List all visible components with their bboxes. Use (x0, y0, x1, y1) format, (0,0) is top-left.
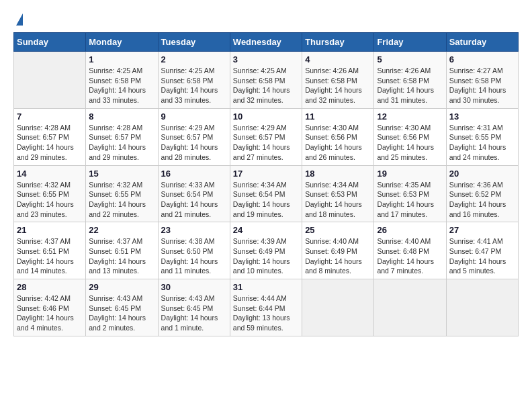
day-info: Sunrise: 4:37 AM Sunset: 6:51 PM Dayligh… (89, 236, 154, 276)
day-number: 30 (161, 282, 227, 292)
day-info: Sunrise: 4:25 AM Sunset: 6:58 PM Dayligh… (89, 66, 154, 105)
day-number: 14 (17, 169, 83, 179)
header-cell-monday: Monday (86, 33, 158, 52)
calendar-cell: 24Sunrise: 4:39 AM Sunset: 6:49 PM Dayli… (230, 222, 302, 279)
day-number: 1 (89, 54, 154, 64)
day-number: 15 (89, 169, 154, 179)
day-info: Sunrise: 4:25 AM Sunset: 6:58 PM Dayligh… (161, 66, 227, 105)
day-number: 23 (161, 225, 227, 235)
calendar-cell (374, 279, 446, 336)
calendar-cell: 17Sunrise: 4:34 AM Sunset: 6:54 PM Dayli… (230, 165, 302, 222)
day-info: Sunrise: 4:43 AM Sunset: 6:45 PM Dayligh… (161, 293, 227, 333)
calendar-cell (14, 52, 86, 109)
day-number: 13 (449, 111, 515, 122)
day-number: 10 (233, 111, 299, 122)
day-number: 21 (17, 225, 83, 235)
calendar-row: 1Sunrise: 4:25 AM Sunset: 6:58 PM Daylig… (14, 52, 519, 109)
calendar-cell: 4Sunrise: 4:26 AM Sunset: 6:58 PM Daylig… (302, 52, 374, 109)
calendar-cell: 20Sunrise: 4:36 AM Sunset: 6:52 PM Dayli… (446, 165, 518, 222)
day-info: Sunrise: 4:41 AM Sunset: 6:47 PM Dayligh… (449, 236, 515, 276)
calendar-row: 21Sunrise: 4:37 AM Sunset: 6:51 PM Dayli… (14, 222, 519, 279)
day-number: 6 (449, 54, 515, 64)
day-info: Sunrise: 4:40 AM Sunset: 6:49 PM Dayligh… (305, 236, 371, 276)
day-info: Sunrise: 4:43 AM Sunset: 6:45 PM Dayligh… (89, 293, 154, 333)
day-info: Sunrise: 4:34 AM Sunset: 6:54 PM Dayligh… (233, 180, 299, 220)
calendar-cell: 12Sunrise: 4:30 AM Sunset: 6:56 PM Dayli… (374, 108, 446, 165)
calendar-cell: 28Sunrise: 4:42 AM Sunset: 6:46 PM Dayli… (14, 279, 86, 336)
calendar-row: 14Sunrise: 4:32 AM Sunset: 6:55 PM Dayli… (14, 165, 519, 222)
day-number: 31 (233, 282, 299, 292)
day-info: Sunrise: 4:33 AM Sunset: 6:54 PM Dayligh… (161, 180, 227, 220)
calendar-cell: 2Sunrise: 4:25 AM Sunset: 6:58 PM Daylig… (158, 52, 230, 109)
calendar-cell: 23Sunrise: 4:38 AM Sunset: 6:50 PM Dayli… (158, 222, 230, 279)
calendar-cell: 18Sunrise: 4:34 AM Sunset: 6:53 PM Dayli… (302, 165, 374, 222)
calendar-cell: 15Sunrise: 4:32 AM Sunset: 6:55 PM Dayli… (86, 165, 158, 222)
calendar-row: 7Sunrise: 4:28 AM Sunset: 6:57 PM Daylig… (14, 108, 519, 165)
day-number: 19 (377, 169, 443, 179)
calendar-cell: 1Sunrise: 4:25 AM Sunset: 6:58 PM Daylig… (86, 52, 158, 109)
header-cell-sunday: Sunday (14, 33, 86, 52)
day-number: 7 (17, 111, 83, 122)
header-cell-thursday: Thursday (302, 33, 374, 52)
day-info: Sunrise: 4:40 AM Sunset: 6:48 PM Dayligh… (377, 236, 443, 276)
day-number: 9 (161, 111, 227, 122)
day-info: Sunrise: 4:30 AM Sunset: 6:56 PM Dayligh… (305, 123, 371, 163)
logo-blue-text (13, 13, 23, 26)
calendar-cell: 13Sunrise: 4:31 AM Sunset: 6:55 PM Dayli… (446, 108, 518, 165)
day-number: 22 (89, 225, 154, 235)
day-info: Sunrise: 4:39 AM Sunset: 6:49 PM Dayligh… (233, 236, 299, 276)
day-number: 5 (377, 54, 443, 64)
calendar-cell: 21Sunrise: 4:37 AM Sunset: 6:51 PM Dayli… (14, 222, 86, 279)
day-info: Sunrise: 4:38 AM Sunset: 6:50 PM Dayligh… (161, 236, 227, 276)
day-info: Sunrise: 4:35 AM Sunset: 6:53 PM Dayligh… (377, 180, 443, 220)
day-number: 20 (449, 169, 515, 179)
day-info: Sunrise: 4:25 AM Sunset: 6:58 PM Dayligh… (233, 66, 299, 105)
calendar-cell: 31Sunrise: 4:44 AM Sunset: 6:44 PM Dayli… (230, 279, 302, 336)
calendar-cell: 26Sunrise: 4:40 AM Sunset: 6:48 PM Dayli… (374, 222, 446, 279)
header-cell-friday: Friday (374, 33, 446, 52)
calendar-cell: 5Sunrise: 4:26 AM Sunset: 6:58 PM Daylig… (374, 52, 446, 109)
page-header (13, 13, 519, 26)
header-cell-tuesday: Tuesday (158, 33, 230, 52)
calendar-cell: 7Sunrise: 4:28 AM Sunset: 6:57 PM Daylig… (14, 108, 86, 165)
header-row: SundayMondayTuesdayWednesdayThursdayFrid… (14, 33, 519, 52)
day-info: Sunrise: 4:44 AM Sunset: 6:44 PM Dayligh… (233, 293, 299, 333)
day-number: 28 (17, 282, 83, 292)
day-info: Sunrise: 4:26 AM Sunset: 6:58 PM Dayligh… (377, 66, 443, 105)
day-info: Sunrise: 4:29 AM Sunset: 6:57 PM Dayligh… (233, 123, 299, 163)
day-info: Sunrise: 4:32 AM Sunset: 6:55 PM Dayligh… (17, 180, 83, 220)
day-number: 2 (161, 54, 227, 64)
day-number: 16 (161, 169, 227, 179)
day-info: Sunrise: 4:34 AM Sunset: 6:53 PM Dayligh… (305, 180, 371, 220)
calendar-cell: 9Sunrise: 4:29 AM Sunset: 6:57 PM Daylig… (158, 108, 230, 165)
logo-triangle-icon (16, 13, 23, 26)
day-number: 4 (305, 54, 371, 64)
calendar-table: SundayMondayTuesdayWednesdayThursdayFrid… (13, 32, 519, 336)
calendar-cell (446, 279, 518, 336)
calendar-cell: 30Sunrise: 4:43 AM Sunset: 6:45 PM Dayli… (158, 279, 230, 336)
logo (13, 13, 23, 26)
header-cell-wednesday: Wednesday (230, 33, 302, 52)
day-number: 18 (305, 169, 371, 179)
day-number: 17 (233, 169, 299, 179)
calendar-cell: 19Sunrise: 4:35 AM Sunset: 6:53 PM Dayli… (374, 165, 446, 222)
calendar-row: 28Sunrise: 4:42 AM Sunset: 6:46 PM Dayli… (14, 279, 519, 336)
day-info: Sunrise: 4:32 AM Sunset: 6:55 PM Dayligh… (89, 180, 154, 220)
day-info: Sunrise: 4:27 AM Sunset: 6:58 PM Dayligh… (449, 66, 515, 105)
day-info: Sunrise: 4:30 AM Sunset: 6:56 PM Dayligh… (377, 123, 443, 163)
day-info: Sunrise: 4:31 AM Sunset: 6:55 PM Dayligh… (449, 123, 515, 163)
calendar-cell: 16Sunrise: 4:33 AM Sunset: 6:54 PM Dayli… (158, 165, 230, 222)
day-info: Sunrise: 4:37 AM Sunset: 6:51 PM Dayligh… (17, 236, 83, 276)
calendar-cell: 25Sunrise: 4:40 AM Sunset: 6:49 PM Dayli… (302, 222, 374, 279)
header-cell-saturday: Saturday (446, 33, 518, 52)
calendar-cell: 10Sunrise: 4:29 AM Sunset: 6:57 PM Dayli… (230, 108, 302, 165)
calendar-cell: 14Sunrise: 4:32 AM Sunset: 6:55 PM Dayli… (14, 165, 86, 222)
day-number: 25 (305, 225, 371, 235)
day-number: 26 (377, 225, 443, 235)
calendar-header: SundayMondayTuesdayWednesdayThursdayFrid… (14, 33, 519, 52)
day-info: Sunrise: 4:29 AM Sunset: 6:57 PM Dayligh… (161, 123, 227, 163)
day-info: Sunrise: 4:28 AM Sunset: 6:57 PM Dayligh… (17, 123, 83, 163)
day-info: Sunrise: 4:36 AM Sunset: 6:52 PM Dayligh… (449, 180, 515, 220)
day-info: Sunrise: 4:42 AM Sunset: 6:46 PM Dayligh… (17, 293, 83, 333)
calendar-cell: 8Sunrise: 4:28 AM Sunset: 6:57 PM Daylig… (86, 108, 158, 165)
